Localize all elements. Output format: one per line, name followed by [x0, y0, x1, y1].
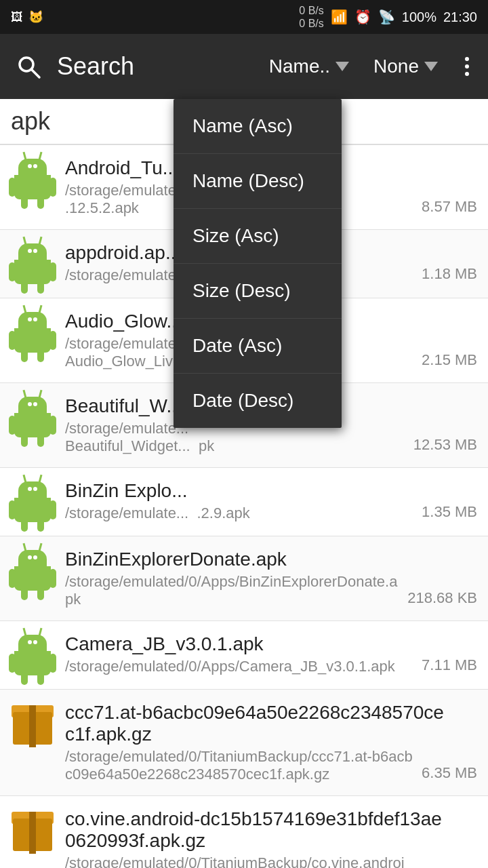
- app-icon: 🐱: [28, 9, 43, 24]
- file-info: co.vine.android-dc15b1574169e31bfdef13ae…: [65, 808, 477, 868]
- overflow-dot-1: [465, 57, 469, 61]
- file-path: /storage/emulated/0/TitaniumBackup/ccc71…: [65, 748, 416, 783]
- search-icon-button[interactable]: [8, 46, 49, 87]
- photo-icon: 🖼: [11, 10, 23, 24]
- file-size: 12.53 MB: [413, 436, 477, 454]
- signal-icon: 📶: [331, 9, 348, 25]
- file-icon: [11, 157, 54, 201]
- file-path: /storage/emulate....12.5.2.apk: [65, 182, 188, 217]
- network-speeds: 0 B/s 0 B/s: [299, 4, 323, 30]
- wifi-icon: 📡: [378, 9, 395, 25]
- file-icon: [11, 549, 54, 592]
- list-item[interactable]: BinZinExplorerDonate.apk /storage/emulat…: [0, 536, 488, 621]
- alarm-icon: ⏰: [354, 9, 371, 25]
- overflow-dot-2: [465, 64, 469, 68]
- file-path: /storage/emulated/0/Apps/BinZinExplorerD…: [65, 573, 402, 608]
- file-icon: [11, 633, 54, 677]
- list-item[interactable]: ccc71.at-b6acbc09e64a50e2268c2348570cec1…: [0, 690, 488, 796]
- sort-label: Name..: [269, 56, 330, 77]
- sort-option-date-asc[interactable]: Date (Asc): [174, 319, 342, 374]
- toolbar: Search Name.. None: [0, 34, 488, 99]
- sort-dropdown-menu: Name (Asc) Name (Desc) Size (Asc) Size (…: [174, 99, 342, 428]
- status-bar-notifications: 🖼 🐱: [11, 9, 43, 24]
- file-size: 6.35 MB: [422, 764, 477, 782]
- file-path: /storage/emulated/0/Apps/Camera_JB_v3.0.…: [65, 658, 395, 675]
- file-info: BinZinExplorerDonate.apk /storage/emulat…: [65, 549, 477, 608]
- file-name: co.vine.android-dc15b1574169e31bfdef13ae…: [65, 808, 445, 852]
- file-info: Camera_JB_v3.0.1.apk /storage/emulated/0…: [65, 633, 477, 675]
- battery-level: 100%: [402, 9, 436, 25]
- filter-button[interactable]: None: [365, 50, 446, 83]
- svg-line-1: [31, 69, 39, 77]
- sort-option-name-asc[interactable]: Name (Asc): [174, 99, 342, 154]
- file-path: /storage/emulated/0/TitaniumBackup/co.vi…: [65, 854, 408, 868]
- file-path: /storage/emulate... .2.9.apk: [65, 505, 250, 522]
- overflow-menu-button[interactable]: [454, 52, 480, 81]
- file-size: 218.68 KB: [407, 589, 477, 607]
- file-info: ccc71.at-b6acbc09e64a50e2268c2348570cec1…: [65, 702, 477, 783]
- filter-arrow-icon: [424, 62, 438, 71]
- file-icon: [11, 808, 54, 852]
- file-icon: [11, 480, 54, 524]
- file-info: BinZin Explo... /storage/emulate... .2.9…: [65, 480, 477, 522]
- sort-option-size-desc[interactable]: Size (Desc): [174, 264, 342, 319]
- list-item[interactable]: BinZin Explo... /storage/emulate... .2.9…: [0, 468, 488, 536]
- status-bar: 🖼 🐱 0 B/s 0 B/s 📶 ⏰ 📡 100% 21:30: [0, 0, 488, 34]
- file-icon: [11, 395, 54, 439]
- sort-arrow-icon: [336, 62, 349, 71]
- file-icon: [11, 242, 54, 285]
- file-icon: [11, 702, 54, 745]
- file-size: 1.35 MB: [422, 503, 477, 521]
- file-size: 7.11 MB: [422, 656, 477, 674]
- sort-option-size-asc[interactable]: Size (Asc): [174, 209, 342, 264]
- status-bar-right: 0 B/s 0 B/s 📶 ⏰ 📡 100% 21:30: [299, 4, 477, 30]
- overflow-dot-3: [465, 72, 469, 76]
- file-icon: [11, 311, 54, 354]
- filter-label: None: [373, 56, 419, 77]
- list-item[interactable]: co.vine.android-dc15b1574169e31bfdef13ae…: [0, 796, 488, 868]
- file-name: BinZinExplorerDonate.apk: [65, 549, 418, 570]
- search-label[interactable]: Search: [57, 52, 253, 81]
- sort-option-date-desc[interactable]: Date (Desc): [174, 374, 342, 428]
- file-name: BinZin Explo...: [65, 480, 418, 502]
- clock: 21:30: [443, 9, 477, 25]
- file-size: 2.15 MB: [422, 351, 477, 369]
- sort-button[interactable]: Name..: [261, 50, 357, 83]
- file-path: /storage/emulate...: [65, 267, 188, 284]
- file-name: Camera_JB_v3.0.1.apk: [65, 633, 418, 655]
- list-item[interactable]: Camera_JB_v3.0.1.apk /storage/emulated/0…: [0, 621, 488, 690]
- sort-option-name-desc[interactable]: Name (Desc): [174, 154, 342, 209]
- file-size: 1.18 MB: [422, 265, 477, 283]
- file-size: 8.57 MB: [422, 198, 477, 216]
- file-name: ccc71.at-b6acbc09e64a50e2268c2348570cec1…: [65, 702, 445, 745]
